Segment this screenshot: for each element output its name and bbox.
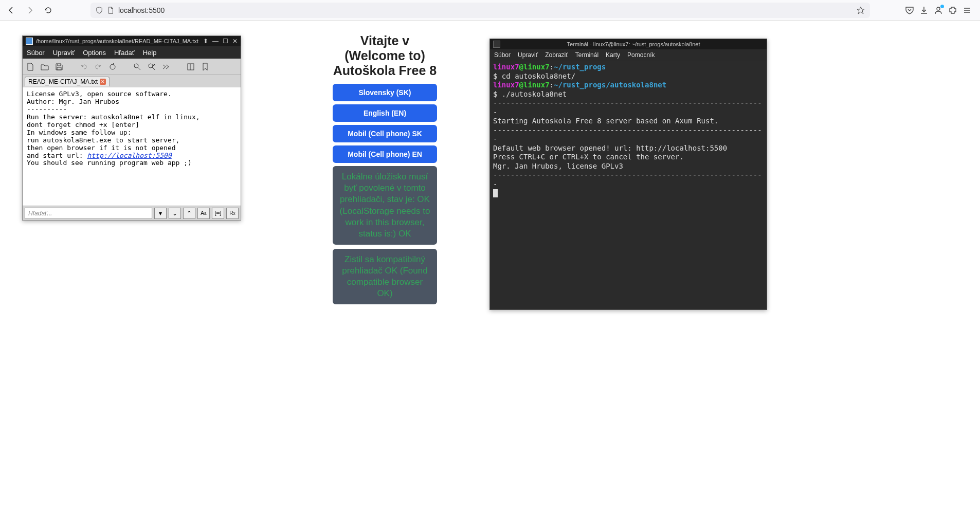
download-icon[interactable] — [919, 6, 929, 15]
terminal-menubar: Súbor Upraviť Zobraziť Terminál Karty Po… — [490, 49, 767, 61]
open-folder-icon[interactable] — [40, 62, 49, 71]
svg-point-1 — [110, 64, 115, 69]
word-icon[interactable]: [••] — [212, 208, 224, 219]
search-prev-icon[interactable]: ⌃ — [183, 208, 195, 219]
pocket-icon[interactable] — [905, 6, 914, 15]
undo-icon[interactable] — [79, 62, 88, 71]
extensions-icon[interactable] — [948, 6, 957, 15]
sidebar-icon[interactable] — [186, 62, 195, 71]
editor-title-path: /home/linux7/rust_progs/autoskola8net/RE… — [36, 38, 203, 44]
search-next-icon[interactable]: ⌄ — [169, 208, 181, 219]
term-menu-zobrazit[interactable]: Zobraziť — [545, 51, 568, 59]
browser-toolbar: localhost:5500 — [0, 0, 980, 21]
pin-icon[interactable]: ⬆ — [203, 38, 208, 45]
search-cancel-icon[interactable] — [147, 62, 156, 71]
shield-icon — [96, 7, 103, 14]
menu-subor[interactable]: Súbor — [27, 49, 45, 57]
minimize-icon[interactable]: — — [212, 38, 219, 45]
editor-text-area[interactable]: License GPLv3, open source software. Aut… — [23, 87, 241, 206]
forward-button[interactable] — [23, 3, 37, 17]
terminal-title: Terminál - linux7@linux7: ~/rust_progs/a… — [503, 41, 764, 47]
search-icon[interactable] — [133, 62, 142, 71]
search-dropdown-icon[interactable]: ▾ — [154, 208, 167, 219]
menu-upravit[interactable]: Upraviť — [53, 49, 75, 57]
lang-sk-button[interactable]: Slovensky (SK) — [333, 84, 437, 101]
tab-close-icon[interactable]: ✕ — [100, 79, 106, 85]
svg-rect-4 — [188, 64, 194, 70]
app-title: Vitajte v (Welcome to) Autoškola Free 8 — [333, 33, 437, 78]
term-menu-terminal[interactable]: Terminál — [575, 51, 598, 59]
lang-en-button[interactable]: English (EN) — [333, 104, 437, 122]
term-menu-karty[interactable]: Karty — [606, 51, 620, 59]
menu-icon[interactable] — [963, 6, 972, 15]
menu-hladat[interactable]: Hľadať — [114, 49, 135, 57]
save-icon[interactable] — [55, 62, 64, 71]
editor-tabs: READ_ME-CITAJ_MA.txt ✕ — [23, 75, 241, 87]
arrow-right-icon — [26, 6, 34, 14]
back-button[interactable] — [4, 3, 19, 17]
case-icon[interactable]: Aa — [197, 208, 210, 219]
browser-compat-status: Zistil sa kompatibilný prehliadač OK (Fo… — [333, 249, 437, 304]
web-app: Vitajte v (Welcome to) Autoškola Free 8 … — [333, 33, 437, 308]
editor-app-icon — [26, 38, 33, 45]
reload-file-icon[interactable] — [108, 62, 117, 71]
term-menu-upravit[interactable]: Upraviť — [518, 51, 538, 59]
localstorage-status: Lokálne úložisko musí byť povolené v tom… — [333, 166, 437, 245]
menu-help[interactable]: Help — [143, 49, 157, 57]
regex-icon[interactable]: Rx — [226, 208, 239, 219]
editor-menubar: Súbor Upraviť Options Hľadať Help — [23, 46, 241, 59]
bookmark-icon[interactable] — [201, 62, 210, 71]
svg-point-2 — [134, 64, 138, 68]
search-input[interactable]: Hľadať... — [25, 208, 152, 219]
menu-options[interactable]: Options — [83, 49, 106, 57]
terminal-output[interactable]: linux7@linux7:~/rust_progs $ cd autoskol… — [490, 61, 767, 200]
text-editor-window: /home/linux7/rust_progs/autoskola8net/RE… — [22, 35, 241, 221]
terminal-cursor — [493, 189, 498, 197]
editor-titlebar[interactable]: /home/linux7/rust_progs/autoskola8net/RE… — [23, 36, 241, 46]
bookmark-star-icon[interactable] — [857, 6, 865, 14]
maximize-icon[interactable]: ☐ — [223, 38, 228, 45]
terminal-app-icon — [493, 41, 500, 48]
toolbar-right-icons — [905, 6, 972, 15]
editor-tab[interactable]: READ_ME-CITAJ_MA.txt ✕ — [25, 77, 110, 86]
svg-point-0 — [937, 7, 940, 10]
redo-icon[interactable] — [94, 62, 103, 71]
reload-button[interactable] — [41, 3, 56, 17]
mobile-en-button[interactable]: Mobil (Cell phone) EN — [333, 145, 437, 163]
reload-icon — [44, 6, 52, 14]
svg-point-3 — [149, 64, 153, 68]
editor-footer: Hľadať... ▾ ⌄ ⌃ Aa [••] Rx — [23, 206, 241, 220]
account-icon[interactable] — [934, 6, 943, 15]
address-bar[interactable]: localhost:5500 — [90, 3, 870, 18]
page-icon — [107, 7, 114, 14]
terminal-window: Terminál - linux7@linux7: ~/rust_progs/a… — [489, 39, 767, 310]
term-menu-pomocnik[interactable]: Pomocník — [627, 51, 655, 59]
close-icon[interactable]: ✕ — [232, 38, 238, 45]
mobile-sk-button[interactable]: Mobil (Cell phone) SK — [333, 125, 437, 142]
tab-label: READ_ME-CITAJ_MA.txt — [28, 78, 98, 85]
terminal-titlebar[interactable]: Terminál - linux7@linux7: ~/rust_progs/a… — [490, 39, 767, 49]
page-content: /home/linux7/rust_progs/autoskola8net/RE… — [0, 21, 980, 530]
new-file-icon[interactable] — [26, 62, 35, 71]
editor-toolbar — [23, 59, 241, 75]
more-icon[interactable] — [161, 62, 171, 71]
term-menu-subor[interactable]: Súbor — [494, 51, 511, 59]
arrow-left-icon — [7, 6, 15, 14]
localhost-link[interactable]: http://localhost:5500 — [87, 152, 171, 159]
url-text: localhost:5500 — [118, 6, 165, 14]
